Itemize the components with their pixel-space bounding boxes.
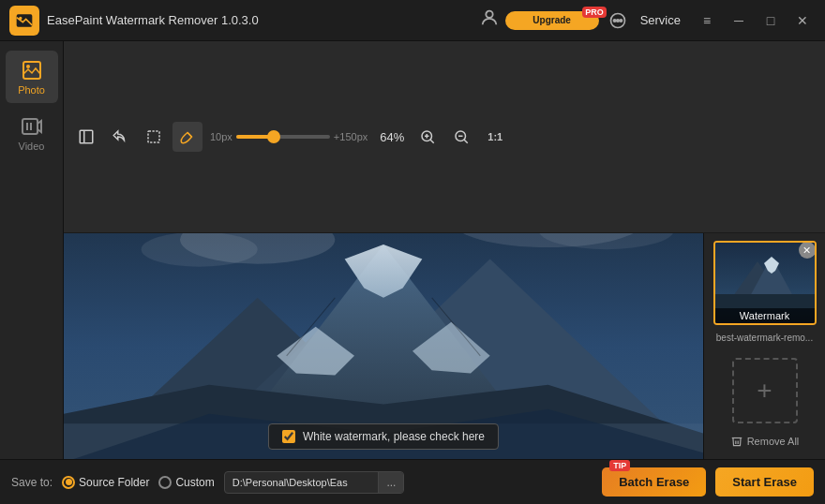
- svg-point-2: [486, 11, 492, 18]
- svg-line-15: [188, 133, 192, 138]
- sidebar-item-photo[interactable]: Photo: [6, 51, 58, 103]
- app-title: EasePaint Watermark Remover 1.0.3.0: [47, 13, 259, 27]
- svg-point-8: [26, 65, 30, 68]
- source-folder-label: Source Folder: [79, 476, 149, 489]
- menu-button[interactable]: ≡: [694, 7, 720, 34]
- sidebar: Photo Video: [0, 41, 64, 459]
- brush-size-control: 10px +150px: [210, 131, 368, 142]
- sidebar-label-photo: Photo: [18, 84, 45, 96]
- toolbar: 10px +150px 64%: [64, 41, 825, 233]
- svg-point-25: [142, 233, 258, 267]
- brush-max-label: +150px: [334, 131, 368, 142]
- svg-point-4: [613, 19, 616, 22]
- trash-icon: [730, 435, 743, 448]
- watermark-hint-bar: White watermark, please check here: [268, 423, 499, 450]
- user-icon[interactable]: [479, 7, 500, 33]
- add-image-button[interactable]: +: [732, 358, 798, 423]
- custom-label: Custom: [175, 476, 214, 489]
- zoom-reset-button[interactable]: 1:1: [480, 122, 510, 152]
- browse-button[interactable]: ...: [378, 472, 403, 493]
- sidebar-label-video: Video: [19, 141, 45, 152]
- path-input-wrapper: ...: [224, 471, 405, 494]
- start-erase-button[interactable]: Start Erase: [715, 467, 814, 497]
- thumbnail-close-button[interactable]: ✕: [799, 242, 816, 259]
- upgrade-badge: PRO: [582, 7, 607, 18]
- right-panel: ✕ Watermark best-watermark-remo... + Rem…: [703, 233, 825, 459]
- canvas-area[interactable]: White watermark, please check here: [64, 233, 703, 459]
- thumbnail-filename: best-watermark-remo...: [716, 333, 813, 343]
- sidebar-item-video[interactable]: Video: [6, 107, 58, 159]
- brush-slider[interactable]: [236, 135, 330, 139]
- service-button[interactable]: Service: [633, 9, 688, 31]
- source-folder-radio-dot[interactable]: [62, 476, 75, 489]
- canvas-and-panel: White watermark, please check here: [64, 233, 825, 459]
- svg-line-21: [464, 140, 468, 143]
- titlebar: EasePaint Watermark Remover 1.0.3.0 Upgr…: [0, 0, 825, 41]
- thumbnail-label: Watermark: [715, 308, 815, 323]
- path-input[interactable]: [225, 473, 379, 492]
- bottom-bar: Save to: Source Folder Custom ... Batch …: [0, 459, 825, 504]
- svg-point-6: [620, 19, 622, 22]
- selection-button[interactable]: [139, 122, 169, 152]
- remove-all-label: Remove All: [747, 436, 800, 447]
- plus-icon: +: [757, 376, 772, 406]
- zoom-percent: 64%: [375, 130, 409, 144]
- close-button[interactable]: ✕: [789, 7, 816, 34]
- brush-min-label: 10px: [210, 131, 232, 142]
- brush-button[interactable]: [172, 122, 202, 152]
- watermark-checkbox[interactable]: [282, 430, 295, 443]
- custom-radio-dot[interactable]: [158, 476, 172, 489]
- minimize-button[interactable]: ─: [726, 7, 752, 34]
- watermark-hint-label: White watermark, please check here: [303, 430, 485, 443]
- maximize-button[interactable]: □: [758, 7, 784, 34]
- titlebar-controls: Upgrade PRO Service ≡ ─ □ ✕: [479, 7, 816, 34]
- batch-erase-button[interactable]: Batch Erase: [602, 467, 706, 497]
- svg-rect-12: [80, 130, 93, 143]
- main-layout: Photo Video: [0, 41, 825, 459]
- zoom-in-button[interactable]: [412, 122, 442, 152]
- svg-line-17: [430, 140, 434, 143]
- source-folder-radio[interactable]: Source Folder: [62, 476, 149, 489]
- remove-all-button[interactable]: Remove All: [723, 431, 807, 452]
- content-area: 10px +150px 64%: [64, 41, 825, 459]
- svg-point-1: [19, 16, 22, 19]
- svg-marker-44: [715, 294, 817, 308]
- svg-rect-14: [148, 131, 159, 142]
- custom-radio[interactable]: Custom: [158, 476, 214, 489]
- svg-point-5: [616, 19, 619, 22]
- zoom-out-button[interactable]: [446, 122, 476, 152]
- app-logo: [9, 6, 39, 36]
- save-to-label: Save to:: [11, 476, 52, 489]
- thumbnail-card[interactable]: ✕ Watermark: [713, 241, 817, 325]
- panel-toggle-button[interactable]: [71, 122, 101, 152]
- undo-button[interactable]: [105, 122, 135, 152]
- message-icon[interactable]: [608, 11, 627, 30]
- upgrade-button[interactable]: Upgrade PRO: [505, 11, 599, 30]
